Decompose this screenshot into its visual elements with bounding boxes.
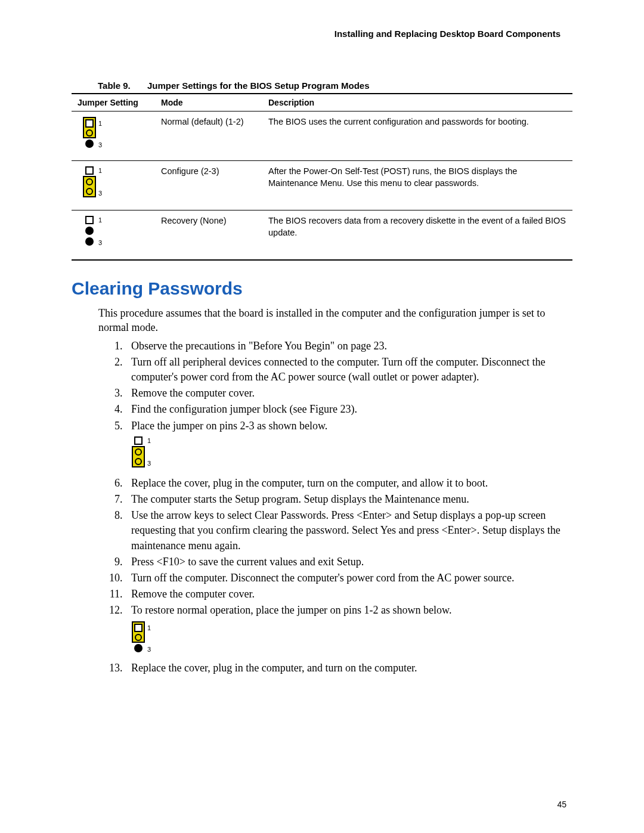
desc-normal: The BIOS uses the current configuration …: [262, 112, 572, 161]
section-heading: Clearing Passwords: [72, 278, 572, 299]
svg-text:1: 1: [147, 624, 151, 631]
col-jumper-setting: Jumper Setting: [72, 94, 155, 112]
svg-point-26: [134, 644, 143, 652]
step-text: To restore normal operation, place the j…: [131, 604, 451, 616]
list-item: Turn off all peripheral devices connecte…: [125, 355, 572, 385]
mode-configure: Configure (2-3): [155, 161, 262, 210]
svg-text:3: 3: [98, 141, 102, 148]
list-item: Replace the cover, plug in the computer,…: [125, 476, 572, 491]
svg-text:3: 3: [98, 239, 102, 246]
jumper-img-configure: 1 3: [72, 161, 155, 210]
table-number: Table 9.: [98, 80, 131, 91]
table-title: Jumper Settings for the BIOS Setup Progr…: [147, 80, 370, 91]
list-item: Observe the precautions in "Before You B…: [125, 339, 572, 354]
svg-rect-18: [132, 447, 144, 467]
svg-rect-17: [135, 437, 142, 444]
col-description: Description: [262, 94, 572, 112]
list-item: Find the configuration jumper block (see…: [125, 402, 572, 417]
svg-rect-1: [86, 120, 93, 127]
svg-point-14: [85, 237, 94, 246]
table-head: Jumper Setting Mode Description: [72, 94, 572, 112]
table-caption: Table 9. Jumper Settings for the BIOS Se…: [98, 80, 572, 91]
list-item: Press <F10> to save the current values a…: [125, 555, 572, 569]
list-item: Use the arrow keys to select Clear Passw…: [125, 508, 572, 553]
svg-rect-7: [83, 176, 95, 197]
list-item: Remove the computer cover.: [125, 587, 572, 602]
jumper-configure-icon: 1 3: [82, 166, 107, 199]
mode-recovery: Recovery (None): [155, 210, 262, 261]
list-item: Place the jumper on pins 2-3 as shown be…: [125, 419, 572, 473]
list-item: The computer starts the Setup program. S…: [125, 492, 572, 507]
page-number: 45: [557, 800, 566, 809]
table-row: 1 3 Configure (2-3) After the Power-On S…: [72, 161, 572, 210]
svg-point-3: [85, 140, 94, 148]
desc-recovery: The BIOS recovers data from a recovery d…: [262, 210, 572, 261]
list-item: Replace the cover, plug in the computer,…: [125, 661, 572, 676]
list-item: Remove the computer cover.: [125, 386, 572, 401]
intro-paragraph: This procedure assumes that the board is…: [98, 306, 572, 335]
jumper-img-normal: 1 3: [72, 112, 155, 161]
jumper-normal-icon: 1 3: [82, 116, 107, 150]
list-item: Turn off the computer. Disconnect the co…: [125, 571, 572, 586]
mode-normal: Normal (default) (1-2): [155, 112, 262, 161]
svg-text:1: 1: [147, 437, 151, 444]
svg-text:1: 1: [98, 120, 102, 127]
col-mode: Mode: [155, 94, 262, 112]
svg-rect-12: [86, 216, 93, 224]
page-header: Installing and Replacing Desktop Board C…: [72, 29, 572, 39]
jumper-normal-inline-icon: 1 3: [131, 621, 572, 658]
svg-rect-24: [135, 624, 142, 631]
svg-text:1: 1: [98, 216, 102, 224]
svg-text:3: 3: [147, 646, 151, 653]
table-row: 1 3 Normal (default) (1-2) The BIOS uses…: [72, 112, 572, 161]
list-item: To restore normal operation, place the j…: [125, 603, 572, 658]
svg-text:1: 1: [98, 167, 102, 174]
jumper-configure-inline-icon: 1 3: [131, 436, 572, 473]
svg-point-13: [85, 227, 94, 235]
desc-configure: After the Power-On Self-Test (POST) runs…: [262, 161, 572, 210]
table-row: 1 3 Recovery (None) The BIOS recovers da…: [72, 210, 572, 261]
steps-list: Observe the precautions in "Before You B…: [113, 339, 572, 676]
step-text: Place the jumper on pins 2-3 as shown be…: [131, 420, 327, 432]
svg-text:3: 3: [147, 460, 151, 467]
svg-text:3: 3: [98, 190, 102, 197]
svg-rect-6: [86, 167, 93, 174]
jumper-img-recovery: 1 3: [72, 210, 155, 261]
jumper-recovery-icon: 1 3: [82, 215, 107, 249]
jumper-settings-table: Jumper Setting Mode Description 1 3: [72, 93, 572, 261]
